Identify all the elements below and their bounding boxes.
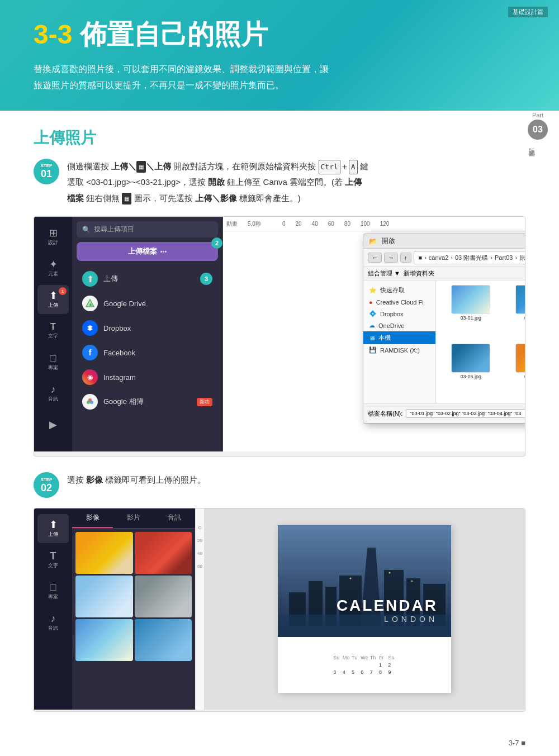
sidebar2-projects[interactable]: □ 專案 (37, 577, 69, 606)
canva-watermark: Canva (403, 667, 440, 682)
sidebar-item-design[interactable]: ⊞ 設計 (37, 222, 69, 251)
sidebar-local[interactable]: 🖥 本機 (363, 331, 435, 344)
calendar-title: CALENDAR (337, 597, 438, 615)
upload2-icon: ⬆ (49, 520, 58, 530)
file-thumb-0306[interactable]: 03-06.jpg (440, 344, 501, 399)
panel2-tabs: 影像 影片 音訊 (72, 508, 195, 529)
audio-label: 音訊 (48, 396, 58, 403)
menu-item-gdrive[interactable]: ▲ Google Drive (77, 291, 218, 316)
dialog-footer: 檔案名稱(N): 自訂檔 (*.mp3;* 開啟(O) 6 ↖ (363, 403, 525, 423)
cc-label: Creative Cloud Fi (376, 299, 424, 306)
panel2-images-grid (72, 529, 195, 664)
upload-icon: ⬆ (49, 291, 58, 301)
nav-back-button[interactable]: ← (368, 253, 382, 263)
file-name-0301: 03-01.jpg (460, 315, 481, 321)
panel-img-4[interactable] (135, 576, 192, 617)
calendar-card: CALENDAR LONDON SuMoTuWeThFrSa 12 345678… (278, 525, 451, 693)
sidebar-item-upload[interactable]: ⬆ 上傳 1 (37, 285, 69, 314)
menu-item-dropbox[interactable]: Dropbox (77, 316, 218, 340)
file-name-0306: 03-06.jpg (460, 374, 481, 379)
sidebar-onedrive[interactable]: ☁ OneDrive (363, 320, 435, 331)
file-thumb-0307[interactable]: 03-07.jpg (505, 344, 525, 399)
panel-img-3[interactable] (75, 576, 133, 617)
filename-input[interactable] (406, 409, 525, 418)
upload-badge: 1 (59, 287, 67, 295)
sidebar-ramdisk[interactable]: 💾 RAMDISK (X:) (363, 344, 435, 356)
file-thumb-0302[interactable]: 03-02.jpg (505, 285, 525, 340)
search-icon-panel: 🔍 (82, 226, 91, 234)
title-text: 佈置自己的照片 (80, 20, 268, 49)
video-icon: ▶ (49, 420, 57, 430)
step-02-block: STEP 02 選按 影像 標籤即可看到上傳的照片。 (34, 472, 525, 498)
file-thumb-0301[interactable]: 03-01.jpg (440, 285, 501, 340)
sidebar2-audio[interactable]: ♪ 音訊 (37, 608, 69, 637)
projects2-icon: □ (50, 582, 56, 592)
tab-images[interactable]: 影像 (72, 508, 113, 528)
text-label: 文字 (48, 332, 58, 340)
step-02-badge: STEP 02 (34, 472, 59, 498)
local-icon: 🖥 (369, 335, 375, 341)
gphotos-icon (82, 394, 98, 410)
tab-video[interactable]: 影片 (113, 508, 154, 528)
main-content: 上傳照片 STEP 01 側邊欄選按 上傳＼▦＼上傳 開啟對話方塊，在範例原始檔… (0, 111, 559, 745)
breadcrumb-text: ■ (419, 254, 423, 261)
sidebar-item-elements[interactable]: ✦ 元素 (37, 254, 69, 283)
upload-menu-icon: ⬆ (82, 271, 98, 287)
ruler-side: O 20 40 60 (195, 508, 204, 710)
panel-img-2[interactable] (135, 532, 192, 574)
panel-img-6[interactable] (135, 619, 192, 661)
file-img-0307 (515, 344, 525, 373)
gdrive-label: Google Drive (103, 299, 146, 308)
file-img-0301 (451, 285, 490, 314)
facebook-icon: f (82, 345, 98, 360)
kbd-ctrl: Ctrl (319, 160, 340, 175)
sidebar-item-video[interactable]: ▶ (37, 410, 69, 439)
calendar-subtitle: LONDON (337, 615, 438, 624)
menu-item-upload[interactable]: ⬆ 上傳 3 (77, 267, 218, 291)
text-icon: T (50, 322, 56, 331)
projects2-label: 專案 (48, 593, 58, 601)
step-02-number: 02 (41, 483, 52, 493)
search-placeholder: 搜尋上傳項目 (94, 225, 134, 234)
onedrive-icon: ☁ (369, 322, 375, 329)
panel-img-5[interactable] (75, 619, 133, 661)
ramdisk-icon: 💾 (369, 346, 377, 354)
sidebar-item-projects[interactable]: □ 專案 (37, 348, 69, 377)
nav-forward-button[interactable]: → (384, 253, 398, 263)
menu-item-instagram[interactable]: ◉ Instagram (77, 365, 218, 389)
upload-files-button[interactable]: 上傳檔案 ••• 2 (77, 242, 218, 261)
menu-item-facebook[interactable]: f Facebook (77, 340, 218, 365)
panel-img-1[interactable] (75, 532, 133, 574)
sidebar-creative-cloud[interactable]: ● Creative Cloud Fi (363, 297, 435, 308)
canva-interface-1: ⊞ 設計 ✦ 元素 ⬆ 上傳 1 T 文字 □ 專案 (34, 217, 525, 451)
upload-label: 上傳 (48, 302, 58, 309)
upload-search[interactable]: 🔍 搜尋上傳項目 (77, 221, 218, 237)
screenshot-1: ⊞ 設計 ✦ 元素 ⬆ 上傳 1 T 文字 □ 專案 (34, 216, 525, 457)
audio-icon: ♪ (51, 384, 56, 394)
quick-access-label: 快速存取 (380, 286, 405, 294)
text2-icon: T (50, 551, 56, 561)
gdrive-icon: ▲ (82, 296, 98, 311)
menu-item-gphotos[interactable]: Google 相簿 新功 (77, 389, 218, 414)
dialog-files-grid: 03-01.jpg 03-02.jpg 5 03-03.jpg (436, 280, 525, 403)
dialog-toolbar: 組合管理 ▼ 新增資料夾 (363, 267, 525, 280)
upload-btn-badge: 2 (211, 237, 222, 249)
nav-up-button[interactable]: ↑ (400, 253, 411, 263)
organize-button[interactable]: 組合管理 ▼ (368, 269, 400, 278)
dialog-title: 開啟 (382, 236, 395, 246)
sidebar2-upload[interactable]: ⬆ 上傳 (37, 514, 69, 543)
upload-icon-inline: ▦ (136, 161, 146, 173)
elements-label: 元素 (48, 270, 58, 278)
sidebar-item-audio[interactable]: ♪ 音訊 (37, 379, 69, 408)
sidebar-quick-access[interactable]: ⭐ 快速存取 (363, 284, 435, 297)
canva-sidebar-1: ⊞ 設計 ✦ 元素 ⬆ 上傳 1 T 文字 □ 專案 (34, 217, 72, 451)
dropbox-label: Dropbox (103, 324, 131, 332)
sidebar2-text[interactable]: T 文字 (37, 545, 69, 574)
projects-label: 專案 (48, 364, 58, 372)
new-folder-button[interactable]: 新增資料夾 (404, 269, 434, 278)
sidebar-dropbox-nav[interactable]: 💠 Dropbox (363, 308, 435, 320)
canva-panel-2: 影像 影片 音訊 (72, 508, 195, 710)
sidebar-item-text[interactable]: T 文字 (37, 316, 69, 345)
upload-menu-label: 上傳 (103, 274, 118, 284)
tab-audio[interactable]: 音訊 (154, 508, 195, 528)
